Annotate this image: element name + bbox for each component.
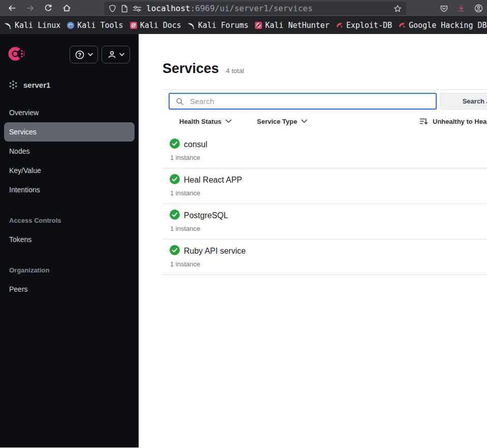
bookmark-kali-forums[interactable]: Kali Forums xyxy=(187,21,248,30)
filter-label: Service Type xyxy=(257,118,297,125)
service-row[interactable]: Heal React APP 1 instance xyxy=(163,168,487,204)
consul-app: ? server1 Overview Services Nodes Key/Va… xyxy=(0,34,487,447)
sidebar-item-nodes[interactable]: Nodes xyxy=(0,142,139,161)
sidebar-item-tokens[interactable]: Tokens xyxy=(0,230,139,249)
consul-logo-icon[interactable] xyxy=(8,45,26,62)
url-path: :6969/ui/server1/services xyxy=(190,4,313,13)
service-instances: 1 instance xyxy=(170,189,200,197)
bookmark-label: Kali Docs xyxy=(140,21,181,30)
filter-label: Health Status xyxy=(179,118,221,125)
bookmark-label: Kali Tools xyxy=(77,21,123,30)
sort-control[interactable]: Unhealthy to Healthy xyxy=(419,114,487,128)
nav-buttons xyxy=(0,1,74,15)
services-page: Services 4 total Search Across Health St… xyxy=(139,34,487,447)
datacenter-selector[interactable]: server1 xyxy=(8,80,50,90)
sidebar-item-key-value[interactable]: Key/Value xyxy=(0,161,139,180)
section-header-access-controls: Access Controls xyxy=(0,211,139,230)
permissions-icon[interactable] xyxy=(133,5,142,12)
help-icon: ? xyxy=(75,50,85,60)
bookmarks-bar: Kali Linux Kali Tools Kali Docs Kali For… xyxy=(0,17,487,34)
datacenter-icon xyxy=(8,80,18,90)
back-icon[interactable] xyxy=(4,1,19,15)
bookmark-google-hacking-db[interactable]: Google Hacking DB xyxy=(398,21,487,30)
bookmark-label: Exploit-DB xyxy=(346,21,392,30)
reload-icon[interactable] xyxy=(41,1,56,15)
chevron-down-icon xyxy=(88,53,93,56)
sidebar-item-services[interactable]: Services xyxy=(4,122,135,142)
search-box xyxy=(169,93,437,110)
kali-dragon-icon xyxy=(4,21,12,29)
total-count: 4 total xyxy=(226,67,244,75)
toolbar-right-icons xyxy=(440,0,487,17)
sidebar: ? server1 Overview Services Nodes Key/Va… xyxy=(0,34,139,447)
home-icon[interactable] xyxy=(59,1,74,15)
browser-toolbar: localhost:6969/ui/server1/services xyxy=(0,0,487,17)
download-icon[interactable] xyxy=(457,5,466,13)
bookmark-exploit-db[interactable]: Exploit-DB xyxy=(336,21,392,30)
bookmark-label: Kali Forums xyxy=(198,21,248,30)
sidebar-item-peers[interactable]: Peers xyxy=(0,280,139,299)
search-icon xyxy=(176,97,184,106)
forward-icon[interactable] xyxy=(22,1,38,15)
services-list: consul 1 instance Heal React APP 1 insta… xyxy=(163,133,487,275)
page-info-icon[interactable] xyxy=(121,5,128,13)
chevron-down-icon xyxy=(119,53,124,56)
account-icon[interactable] xyxy=(474,4,483,13)
kali-docs-icon xyxy=(129,21,138,29)
service-instances: 1 instance xyxy=(170,260,200,268)
search-input[interactable] xyxy=(189,96,432,106)
sort-icon xyxy=(419,117,428,125)
service-row[interactable]: PostgreSQL 1 instance xyxy=(163,204,487,239)
healthy-check-icon xyxy=(170,174,180,184)
kali-tools-icon xyxy=(67,21,75,29)
url-host: localhost xyxy=(146,4,190,13)
service-row[interactable]: consul 1 instance xyxy=(163,133,487,168)
sidebar-top-buttons: ? xyxy=(70,46,130,63)
service-name-link[interactable]: Ruby API service xyxy=(184,246,246,256)
healthy-check-icon xyxy=(170,245,180,255)
kali-dragon-icon xyxy=(187,21,196,29)
user-menu-button[interactable] xyxy=(102,46,130,63)
svg-text:?: ? xyxy=(78,52,81,58)
healthy-check-icon xyxy=(170,139,180,149)
service-instances: 1 instance xyxy=(170,154,200,162)
service-name-link[interactable]: Heal React APP xyxy=(184,175,242,185)
chevron-down-icon xyxy=(301,119,307,123)
bookmark-label: Kali NetHunter xyxy=(265,21,329,30)
header-divider xyxy=(163,89,487,90)
pocket-icon[interactable] xyxy=(440,5,448,13)
bookmark-label: Kali Linux xyxy=(15,21,60,30)
service-row[interactable]: Ruby API service 1 instance xyxy=(163,239,487,275)
datacenter-name: server1 xyxy=(23,81,50,89)
bookmark-label: Google Hacking DB xyxy=(409,21,487,30)
help-menu-button[interactable]: ? xyxy=(70,46,98,63)
shield-icon[interactable] xyxy=(109,5,116,13)
health-status-filter[interactable]: Health Status xyxy=(179,114,232,128)
service-instances: 1 instance xyxy=(170,225,200,233)
exploit-db-icon xyxy=(336,21,344,29)
search-row: Search Across xyxy=(169,93,487,110)
sidebar-item-intentions[interactable]: Intentions xyxy=(0,180,139,199)
sidebar-nav: Overview Services Nodes Key/Value Intent… xyxy=(0,103,139,299)
bookmark-kali-docs[interactable]: Kali Docs xyxy=(129,21,181,30)
healthy-check-icon xyxy=(170,210,180,220)
page-title: Services xyxy=(163,61,219,77)
url-text: localhost:6969/ui/server1/services xyxy=(146,4,389,13)
bookmark-kali-nethunter[interactable]: Kali NetHunter xyxy=(254,21,329,30)
chevron-down-icon xyxy=(225,119,232,123)
url-bar[interactable]: localhost:6969/ui/server1/services xyxy=(104,2,406,15)
bookmark-kali-linux[interactable]: Kali Linux xyxy=(4,21,60,30)
service-name-link[interactable]: PostgreSQL xyxy=(184,211,228,221)
sidebar-item-overview[interactable]: Overview xyxy=(0,103,139,122)
bookmark-star-icon[interactable] xyxy=(394,5,402,13)
google-hacking-db-icon xyxy=(398,21,406,29)
bookmark-kali-tools[interactable]: Kali Tools xyxy=(67,21,123,30)
kali-nethunter-icon xyxy=(254,21,263,29)
user-icon xyxy=(108,50,116,59)
search-across-button[interactable]: Search Across xyxy=(440,93,487,110)
sort-label: Unhealthy to Healthy xyxy=(433,118,487,125)
service-type-filter[interactable]: Service Type xyxy=(257,114,307,128)
section-header-organization: Organization xyxy=(0,260,139,280)
filter-bar: Health Status Service Type Unhealthy to … xyxy=(139,114,487,128)
service-name-link[interactable]: consul xyxy=(184,140,207,150)
